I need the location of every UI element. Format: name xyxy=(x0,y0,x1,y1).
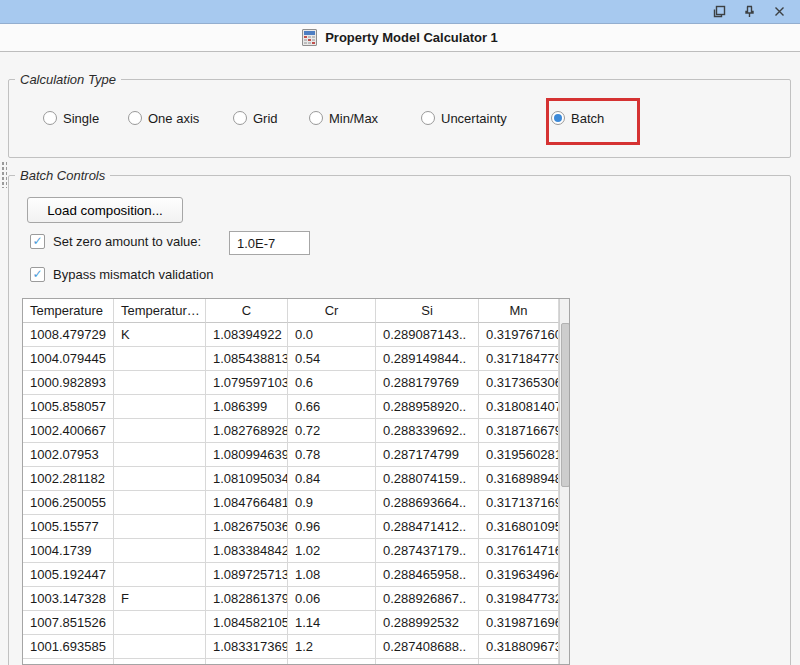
table-cell: 0.288693664.. xyxy=(376,491,479,515)
table-cell: 0.72 xyxy=(288,419,376,443)
table-cell xyxy=(114,515,206,539)
radio-label-uncertainty: Uncertainty xyxy=(441,111,507,126)
table-row[interactable]: 1006.2500551.0847664810.90.288693664..0.… xyxy=(23,491,559,515)
table-row[interactable] xyxy=(23,659,559,665)
table-row[interactable]: 1005.1924471.0897257131.080.288465958..0… xyxy=(23,563,559,587)
composition-table-grid: TemperatureTemperatur…CCrSiMn1008.479729… xyxy=(23,299,559,664)
table-cell xyxy=(479,659,559,665)
table-row[interactable]: 1004.17391.0833848421.020.287437179..0.3… xyxy=(23,539,559,563)
table-cell: 1.08394922 xyxy=(206,323,288,347)
radio-circle-batch[interactable] xyxy=(551,111,565,125)
table-cell xyxy=(114,443,206,467)
scrollbar-thumb[interactable] xyxy=(561,323,570,487)
radio-uncertainty[interactable]: Uncertainty xyxy=(421,109,507,127)
radio-circle-one-axis[interactable] xyxy=(128,111,142,125)
table-cell xyxy=(114,659,206,665)
table-cell: 1.082861379 xyxy=(206,587,288,611)
radio-label-grid: Grid xyxy=(253,111,278,126)
table-row[interactable]: 1003.147328F1.0828613790.060.288926867..… xyxy=(23,587,559,611)
radio-one-axis[interactable]: One axis xyxy=(128,109,199,127)
table-cell: 1.079597103 xyxy=(206,371,288,395)
radio-label-single: Single xyxy=(63,111,99,126)
float-window-icon[interactable] xyxy=(712,5,726,19)
radio-circle-grid[interactable] xyxy=(233,111,247,125)
column-header[interactable]: Mn xyxy=(479,299,559,323)
column-header[interactable]: C xyxy=(206,299,288,323)
calculation-type-group: Calculation Type SingleOne axisGridMin/M… xyxy=(8,79,791,158)
radio-circle-single[interactable] xyxy=(43,111,57,125)
load-composition-button[interactable]: Load composition... xyxy=(27,197,183,223)
table-cell: 0.318081407.. xyxy=(479,395,559,419)
table-cell: 0.316898948.. xyxy=(479,467,559,491)
table-row[interactable]: 1005.155771.0826750360.960.288471412..0.… xyxy=(23,515,559,539)
radio-label-min-max: Min/Max xyxy=(329,111,378,126)
table-cell: 0.317184779.. xyxy=(479,347,559,371)
table-cell xyxy=(114,371,206,395)
table-cell: 1.081095034 xyxy=(206,467,288,491)
table-cell: 1002.07953 xyxy=(23,443,114,467)
radio-label-one-axis: One axis xyxy=(148,111,199,126)
table-cell: 0.288992532 xyxy=(376,611,479,635)
table-cell: 0.319847732.. xyxy=(479,587,559,611)
column-header[interactable]: Cr xyxy=(288,299,376,323)
table-cell: 0.319634964.. xyxy=(479,563,559,587)
table-cell: 0.288926867.. xyxy=(376,587,479,611)
bypass-validation-checkbox[interactable]: ✓ xyxy=(30,267,45,282)
table-cell: 0.287408688.. xyxy=(376,635,479,659)
table-cell xyxy=(114,611,206,635)
table-row[interactable]: 1002.079531.0809946390.780.2871747990.31… xyxy=(23,443,559,467)
table-cell: 0.288179769 xyxy=(376,371,479,395)
table-cell: 1.089725713 xyxy=(206,563,288,587)
table-cell: 0.288958920.. xyxy=(376,395,479,419)
radio-min-max[interactable]: Min/Max xyxy=(309,109,378,127)
table-cell: 1004.1739 xyxy=(23,539,114,563)
table-row[interactable]: 1002.4006671.0827689280.720.288339692..0… xyxy=(23,419,559,443)
close-icon[interactable] xyxy=(772,5,786,19)
table-cell: 0.317137169.. xyxy=(479,491,559,515)
radio-grid[interactable]: Grid xyxy=(233,109,278,127)
table-cell: 0.287437179.. xyxy=(376,539,479,563)
table-cell: 0.96 xyxy=(288,515,376,539)
table-row[interactable]: 1000.9828931.0795971030.60.2881797690.31… xyxy=(23,371,559,395)
table-cell xyxy=(114,539,206,563)
splitter-handle[interactable] xyxy=(1,161,7,188)
table-cell: 0.319871696.. xyxy=(479,611,559,635)
table-row[interactable]: 1008.479729K1.083949220.00.289087143..0.… xyxy=(23,323,559,347)
document-header: Property Model Calculator 1 xyxy=(0,24,800,52)
table-cell: 1003.147328 xyxy=(23,587,114,611)
radio-batch[interactable]: Batch xyxy=(551,109,604,127)
table-cell: 1.085438813 xyxy=(206,347,288,371)
table-row[interactable]: 1007.8515261.0845821051.140.2889925320.3… xyxy=(23,611,559,635)
table-cell: 0.66 xyxy=(288,395,376,419)
table-cell: 1.08 xyxy=(288,563,376,587)
table-cell: K xyxy=(114,323,206,347)
calculation-type-legend: Calculation Type xyxy=(15,72,121,87)
pin-icon[interactable] xyxy=(742,5,756,19)
column-header[interactable]: Temperature xyxy=(23,299,114,323)
table-row[interactable]: 1002.2811821.0810950340.840.288074159..0… xyxy=(23,467,559,491)
radio-circle-min-max[interactable] xyxy=(309,111,323,125)
table-cell: 0.84 xyxy=(288,467,376,491)
table-row[interactable]: 1004.0794451.0854388130.540.289149844..0… xyxy=(23,347,559,371)
table-cell: 1004.079445 xyxy=(23,347,114,371)
set-zero-value-input[interactable] xyxy=(229,231,310,255)
column-header[interactable]: Si xyxy=(376,299,479,323)
column-header[interactable]: Temperatur… xyxy=(114,299,206,323)
page-title: Property Model Calculator 1 xyxy=(325,30,498,45)
table-cell xyxy=(23,659,114,665)
table-cell: 1002.400667 xyxy=(23,419,114,443)
property-model-calculator-panel: Property Model Calculator 1 Calculation … xyxy=(0,0,800,665)
calculator-icon xyxy=(302,29,317,46)
table-cell: 1008.479729 xyxy=(23,323,114,347)
table-row[interactable]: 1001.6935851.0833173691.20.287408688..0.… xyxy=(23,635,559,659)
radio-circle-uncertainty[interactable] xyxy=(421,111,435,125)
table-cell: 0.316801095.. xyxy=(479,515,559,539)
set-zero-checkbox[interactable]: ✓ xyxy=(30,234,45,249)
table-vertical-scrollbar[interactable] xyxy=(559,299,570,664)
table-cell: 0.317365306.. xyxy=(479,371,559,395)
table-row[interactable]: 1005.8580571.0863990.660.288958920..0.31… xyxy=(23,395,559,419)
table-cell: 0.287174799 xyxy=(376,443,479,467)
table-cell: F xyxy=(114,587,206,611)
radio-single[interactable]: Single xyxy=(43,109,99,127)
table-cell: 0.317614716.. xyxy=(479,539,559,563)
